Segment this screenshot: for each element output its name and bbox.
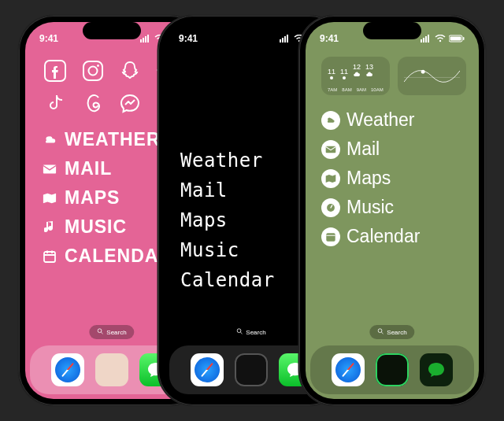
temp-value: 13 — [365, 63, 373, 71]
hour-label: 8AM — [342, 87, 351, 92]
temp-value: 11 — [328, 68, 335, 76]
svg-rect-32 — [423, 38, 424, 42]
sun-curve-widget[interactable] — [398, 57, 466, 95]
svg-rect-14 — [43, 164, 56, 173]
app-label: Music — [346, 197, 394, 218]
svg-point-10 — [88, 67, 97, 76]
search-pill[interactable]: Search — [89, 325, 134, 339]
status-time: 9:41 — [179, 33, 198, 44]
svg-rect-34 — [428, 35, 429, 42]
search-pill[interactable]: Search — [228, 325, 273, 339]
svg-rect-37 — [450, 37, 461, 41]
app-row-mail[interactable]: Mail — [321, 138, 466, 160]
search-label: Search — [387, 329, 406, 336]
status-time: 9:41 — [320, 33, 339, 44]
phone-olive: 9:41 11 11 12 13 7AM 8AM — [299, 16, 485, 405]
dock-app-shortcuts[interactable] — [95, 353, 128, 386]
app-label: Weather — [346, 109, 415, 131]
calendar-icon — [321, 227, 340, 246]
wifi-icon — [435, 35, 446, 42]
svg-point-19 — [98, 329, 102, 333]
music-icon — [41, 220, 58, 235]
temp-value: 12 — [353, 63, 361, 71]
dock-app-safari[interactable] — [332, 353, 365, 386]
dock-app-shortcuts[interactable] — [235, 353, 268, 386]
search-label: Search — [246, 329, 265, 336]
hour-label: 9AM — [357, 87, 366, 92]
svg-point-11 — [97, 65, 99, 67]
weather-icon — [41, 133, 58, 147]
messenger-icon[interactable] — [116, 90, 144, 118]
dynamic-island — [83, 22, 141, 39]
dock — [310, 345, 474, 394]
threads-icon[interactable] — [79, 90, 107, 118]
svg-rect-24 — [287, 35, 288, 42]
svg-rect-21 — [280, 39, 281, 42]
app-row-music[interactable]: Music — [321, 197, 466, 218]
status-time: 9:41 — [39, 33, 58, 44]
svg-point-47 — [378, 329, 382, 333]
svg-rect-33 — [425, 36, 427, 42]
music-icon — [321, 198, 340, 217]
cloud-icon — [365, 72, 373, 79]
search-icon — [97, 328, 103, 336]
app-label: Music — [65, 216, 127, 238]
instagram-icon[interactable] — [79, 57, 107, 85]
cellular-icon — [280, 35, 291, 42]
app-label: Music — [180, 239, 239, 261]
hour-label: 10AM — [371, 87, 384, 92]
svg-rect-3 — [147, 35, 149, 42]
app-row-calendar[interactable]: Calendar — [321, 226, 466, 247]
svg-rect-38 — [463, 37, 465, 40]
sun-curve — [404, 63, 460, 90]
precip-dot-icon — [343, 76, 346, 79]
svg-line-20 — [101, 332, 102, 334]
search-icon — [236, 328, 243, 336]
svg-rect-22 — [282, 38, 284, 42]
svg-rect-9 — [83, 61, 102, 80]
dock-app-shortcuts[interactable] — [376, 353, 409, 386]
mail-icon — [41, 164, 58, 175]
precip-dot-icon — [330, 76, 333, 79]
tiktok-icon[interactable] — [41, 90, 69, 118]
svg-point-29 — [237, 329, 241, 333]
mail-icon — [321, 140, 340, 159]
facebook-icon[interactable] — [41, 57, 69, 85]
battery-icon — [449, 35, 465, 42]
svg-rect-42 — [326, 146, 336, 152]
app-label: Mail — [180, 179, 228, 201]
app-row-weather[interactable]: Weather — [321, 109, 466, 131]
weather-temps: 11 11 12 13 — [328, 63, 384, 79]
app-label: Calendar — [346, 226, 420, 247]
svg-rect-0 — [140, 39, 142, 42]
dock-app-safari[interactable] — [191, 353, 224, 386]
svg-line-48 — [381, 332, 383, 334]
weather-widget[interactable]: 11 11 12 13 7AM 8AM 9AM 10AM — [321, 57, 390, 95]
app-label: Weather — [180, 150, 263, 172]
svg-rect-1 — [143, 38, 144, 42]
svg-point-35 — [439, 40, 441, 42]
weather-hours: 7AM 8AM 9AM 10AM — [328, 87, 384, 92]
search-label: Search — [106, 329, 126, 336]
temp-value: 11 — [340, 68, 348, 76]
widget-row: 11 11 12 13 7AM 8AM 9AM 10AM — [321, 55, 466, 102]
cellular-icon — [140, 35, 151, 42]
dock-app-safari[interactable] — [51, 353, 84, 386]
app-label: Maps — [180, 209, 228, 231]
cloud-icon — [353, 72, 361, 79]
app-label: Mail — [65, 158, 112, 179]
search-pill[interactable]: Search — [369, 325, 414, 339]
dock-app-messages[interactable] — [420, 353, 453, 386]
svg-point-40 — [421, 70, 425, 74]
app-label: Mail — [346, 138, 380, 160]
app-row-maps[interactable]: Maps — [321, 168, 466, 189]
snapchat-icon[interactable] — [116, 57, 144, 85]
svg-rect-31 — [421, 39, 422, 42]
app-label: Maps — [346, 168, 391, 189]
svg-rect-23 — [284, 36, 286, 42]
dynamic-island — [363, 22, 421, 39]
maps-icon — [41, 192, 58, 205]
svg-rect-15 — [44, 252, 55, 262]
cellular-icon — [421, 35, 432, 42]
screen: 9:41 11 11 12 13 7AM 8AM — [306, 22, 479, 399]
